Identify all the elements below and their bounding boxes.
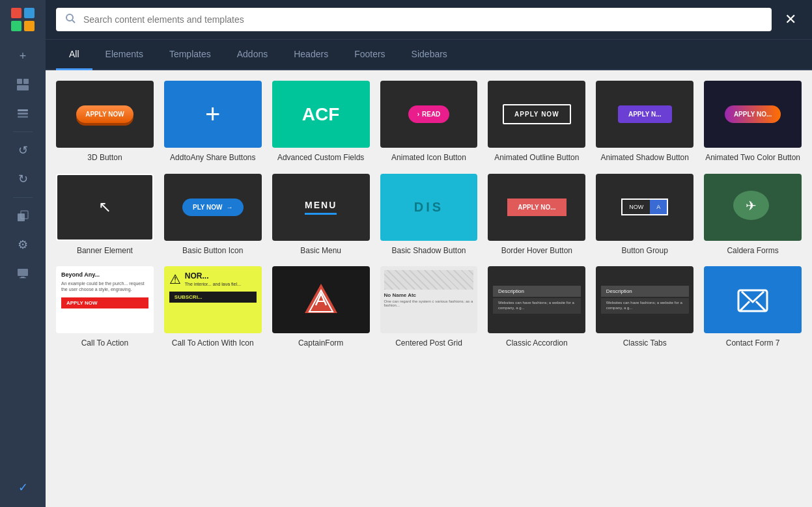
tab-all[interactable]: All xyxy=(56,40,92,70)
item-label: Animated Outline Button xyxy=(494,153,579,163)
svg-rect-1 xyxy=(24,8,35,18)
item-label: Caldera Forms xyxy=(727,246,778,256)
item-label: 3D Button xyxy=(87,153,122,163)
item-thumbnail xyxy=(704,266,802,333)
list-item[interactable]: APPLY NOW 3D Button xyxy=(56,81,154,163)
list-item[interactable]: ⚠ NOR... The interior... and lava fiel..… xyxy=(164,266,262,349)
list-item[interactable]: CaptainForm xyxy=(272,266,370,349)
item-label: Basic Menu xyxy=(300,246,341,256)
sidebar: + ↺ ↻ ⚙ ✓ xyxy=(0,0,46,507)
divider-2 xyxy=(13,197,33,198)
item-thumbnail: ↖ xyxy=(56,174,154,241)
nav-tabs: All Elements Templates Addons Headers Fo… xyxy=(46,40,812,70)
list-item[interactable]: ACF Advanced Custom Fields xyxy=(272,81,370,163)
tab-addons[interactable]: Addons xyxy=(224,40,281,70)
item-thumbnail: ACF xyxy=(272,81,370,148)
copy-icon[interactable] xyxy=(10,203,36,229)
search-input[interactable] xyxy=(56,8,772,31)
search-icon xyxy=(65,13,76,26)
list-item[interactable]: PLY NOW → Basic Button Icon xyxy=(164,174,262,256)
item-thumbnail: Description Websites can have fashions; … xyxy=(488,266,585,333)
item-label: Animated Shadow Button xyxy=(601,153,689,163)
item-thumbnail: DIS xyxy=(380,174,478,241)
item-thumbnail: › READ xyxy=(380,81,478,148)
tab-elements[interactable]: Elements xyxy=(92,40,156,70)
list-item[interactable]: APPLY NO... Animated Two Color Button xyxy=(704,81,802,163)
list-item[interactable]: APPLY NOW Animated Outline Button xyxy=(488,81,585,163)
list-item[interactable]: + AddtoAny Share Buttons xyxy=(164,81,262,163)
undo-icon[interactable]: ↺ xyxy=(10,137,36,163)
item-thumbnail: APPLY NOW xyxy=(56,81,154,148)
item-label: Classic Accordion xyxy=(506,338,568,349)
item-label: Contact Form 7 xyxy=(726,338,780,349)
tab-sidebars[interactable]: Sidebars xyxy=(399,40,460,70)
item-thumbnail: APPLY NO... xyxy=(488,174,585,241)
item-label: Advanced Custom Fields xyxy=(277,153,364,163)
item-label: Basic Shadow Button xyxy=(391,246,466,256)
list-item[interactable]: NOW A Button Group xyxy=(596,174,693,256)
item-label: Call To Action With Icon xyxy=(172,338,254,349)
search-container xyxy=(56,8,772,31)
item-thumbnail: Beyond Any... An example could be the pu… xyxy=(56,266,154,333)
svg-rect-3 xyxy=(24,21,35,31)
layout-icon[interactable] xyxy=(10,72,36,98)
app-logo[interactable] xyxy=(10,7,36,33)
list-item[interactable]: Contact Form 7 xyxy=(704,266,802,349)
item-thumbnail: NOW A xyxy=(596,174,693,241)
item-thumbnail: Description Websites can have fashions; … xyxy=(596,266,693,333)
svg-rect-0 xyxy=(11,8,21,18)
tab-headers[interactable]: Headers xyxy=(281,40,341,70)
item-label: Call To Action xyxy=(81,338,129,349)
settings-icon[interactable]: ⚙ xyxy=(10,232,36,258)
list-item[interactable]: Description Websites can have fashions; … xyxy=(596,266,693,349)
item-thumbnail: ✈ xyxy=(704,174,802,241)
svg-rect-7 xyxy=(18,109,28,111)
svg-point-15 xyxy=(66,14,73,21)
svg-marker-17 xyxy=(305,284,337,313)
list-item[interactable]: ↖ Banner Element xyxy=(56,174,154,256)
item-thumbnail: PLY NOW → xyxy=(164,174,262,241)
item-label: Banner Element xyxy=(77,246,133,256)
add-icon[interactable]: + xyxy=(10,43,36,69)
item-thumbnail: APPLY N... xyxy=(596,81,693,148)
svg-line-16 xyxy=(72,20,75,23)
main-content: ✕ All Elements Templates Addons Headers … xyxy=(46,0,812,507)
tab-templates[interactable]: Templates xyxy=(156,40,224,70)
item-label: Border Hover Button xyxy=(501,246,572,256)
list-item[interactable]: APPLY NO... Border Hover Button xyxy=(488,174,585,256)
check-icon[interactable]: ✓ xyxy=(10,474,36,500)
close-button[interactable]: ✕ xyxy=(779,8,802,31)
item-thumbnail: No Name Atc One can regard the system c … xyxy=(380,266,478,333)
item-label: Centered Post Grid xyxy=(395,338,462,349)
redo-icon[interactable]: ↻ xyxy=(10,166,36,192)
item-label: CaptainForm xyxy=(298,338,343,349)
item-thumbnail: APPLY NO... xyxy=(704,81,802,148)
tab-footers[interactable]: Footers xyxy=(341,40,398,70)
svg-rect-5 xyxy=(23,79,29,84)
svg-rect-8 xyxy=(18,113,28,115)
list-item[interactable]: APPLY N... Animated Shadow Button xyxy=(596,81,693,163)
item-label: AddtoAny Share Buttons xyxy=(170,153,255,163)
items-grid: APPLY NOW 3D Button + AddtoAny Share But… xyxy=(56,81,802,349)
item-label: Animated Two Color Button xyxy=(705,153,800,163)
item-thumbnail: ⚠ NOR... The interior... and lava fiel..… xyxy=(164,266,262,333)
list-item[interactable]: › READ Animated Icon Button xyxy=(380,81,478,163)
monitor-icon[interactable] xyxy=(10,260,36,286)
list-item[interactable]: ✈ Caldera Forms xyxy=(704,174,802,256)
list-item[interactable]: No Name Atc One can regard the system c … xyxy=(380,266,478,349)
item-thumbnail: APPLY NOW xyxy=(488,81,585,148)
list-item[interactable]: Beyond Any... An example could be the pu… xyxy=(56,266,154,349)
svg-rect-6 xyxy=(17,85,29,90)
item-label: Animated Icon Button xyxy=(391,153,466,163)
item-label: Button Group xyxy=(622,246,668,256)
list-item[interactable]: DIS Basic Shadow Button xyxy=(380,174,478,256)
svg-rect-2 xyxy=(11,21,21,31)
item-thumbnail: + xyxy=(164,81,262,148)
list-item[interactable]: Description Websites can have fashions; … xyxy=(488,266,585,349)
svg-rect-9 xyxy=(18,116,28,118)
layers-icon[interactable] xyxy=(10,100,36,126)
svg-rect-12 xyxy=(18,269,28,276)
divider-1 xyxy=(13,131,33,132)
list-item[interactable]: MENU Basic Menu xyxy=(272,174,370,256)
item-label: Classic Tabs xyxy=(623,338,667,349)
